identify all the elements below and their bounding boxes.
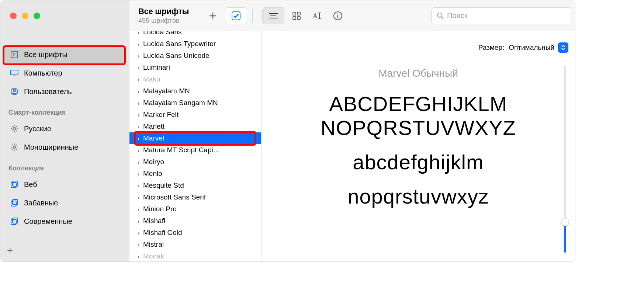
font-name: Meiryo <box>143 158 164 166</box>
preview-upper1: ABCDEFGHIJKLM <box>262 92 575 116</box>
sidebar-item-web[interactable]: Веб <box>0 175 129 194</box>
sidebar-item-label: Пользователь <box>24 87 72 96</box>
gear-icon <box>10 143 19 151</box>
svg-line-16 <box>442 17 443 19</box>
sidebar-item-monospace[interactable]: Моноширинные <box>0 138 129 156</box>
toggle-enabled-button[interactable] <box>225 7 247 24</box>
font-list-row[interactable]: ›Microsoft Sans Serif <box>129 191 261 203</box>
font-name: Malayalam MN <box>143 87 190 95</box>
view-sample-button[interactable] <box>262 7 284 24</box>
collection-icon <box>10 180 19 188</box>
view-custom-button[interactable]: A <box>309 7 326 24</box>
info-icon <box>333 11 343 21</box>
font-list-row[interactable]: ›Mesquite Std <box>129 180 261 191</box>
minimize-window-button[interactable] <box>22 13 28 19</box>
svg-line-30 <box>12 131 13 131</box>
display-icon <box>10 69 19 77</box>
chevron-right-icon: › <box>138 135 139 142</box>
slider-thumb[interactable] <box>561 218 569 226</box>
sidebar-header-smart: Смарт-коллекция <box>0 101 129 119</box>
font-list-row[interactable]: ›Menlo <box>129 168 261 180</box>
font-list[interactable]: ›Lucida Sans›Lucida Sans Typewriter›Luci… <box>129 31 262 261</box>
font-name: Lucida Sans Typewriter <box>143 40 216 48</box>
svg-text:A: A <box>313 12 318 20</box>
font-name: Marlett <box>143 122 165 131</box>
font-list-row[interactable]: ›Lucida Sans Typewriter <box>129 38 261 50</box>
font-list-row[interactable]: ›Malayalam Sangam MN <box>129 97 261 109</box>
font-name: Marker Felt <box>143 111 179 119</box>
font-list-row[interactable]: ›Meiryo <box>129 156 261 168</box>
svg-line-40 <box>16 145 17 145</box>
font-list-row[interactable]: ›Luminari <box>129 62 261 73</box>
chevron-right-icon: › <box>138 147 139 153</box>
svg-line-38 <box>16 149 17 150</box>
view-info-button[interactable] <box>329 7 346 24</box>
zoom-window-button[interactable] <box>34 13 40 19</box>
chevron-right-icon: › <box>138 88 139 94</box>
svg-line-39 <box>12 149 13 150</box>
font-list-row[interactable]: ›Mishafi Gold <box>129 227 261 239</box>
sidebar-item-all-fonts[interactable]: F Все шрифты <box>4 45 126 64</box>
sidebar-item-fun[interactable]: Забавные <box>0 194 129 212</box>
gear-icon <box>10 125 19 133</box>
chevron-right-icon: › <box>138 159 139 165</box>
font-list-row[interactable]: ›Marlett <box>129 121 261 132</box>
add-button[interactable] <box>204 7 221 24</box>
size-slider[interactable] <box>564 66 566 253</box>
font-list-row[interactable]: ›Lucida Sans <box>129 31 261 38</box>
svg-point-23 <box>13 128 16 130</box>
sidebar-header-collection: Коллекция <box>0 156 129 175</box>
font-name: Lucida Sans Unicode <box>143 52 210 60</box>
font-list-row[interactable]: ›Marvel <box>129 132 261 144</box>
svg-rect-45 <box>11 219 16 225</box>
svg-rect-42 <box>13 181 18 186</box>
svg-rect-5 <box>297 12 300 15</box>
font-list-row[interactable]: ›Modak <box>129 250 261 261</box>
font-name: Menlo <box>143 170 162 178</box>
font-list-row[interactable]: ›Matura MT Script Capi… <box>129 144 261 156</box>
chevron-right-icon: › <box>138 53 139 59</box>
chevron-right-icon: › <box>138 171 139 177</box>
chevron-right-icon: › <box>138 112 139 118</box>
font-name: Mishafi <box>143 217 165 225</box>
svg-line-29 <box>16 131 17 131</box>
preview-title: Marvel Обычный <box>262 67 575 79</box>
svg-line-31 <box>16 126 17 127</box>
font-name: Marvel <box>143 134 164 142</box>
font-list-row[interactable]: ›Lucida Sans Unicode <box>129 50 261 62</box>
font-list-row[interactable]: ›Malayalam MN <box>129 85 261 97</box>
font-name: Mesquite Std <box>143 181 184 190</box>
close-window-button[interactable] <box>10 13 17 19</box>
font-list-row[interactable]: ›Mistral <box>129 239 261 250</box>
custom-text-icon: A <box>312 11 322 20</box>
sidebar-item-label: Русские <box>24 125 51 133</box>
chevron-right-icon: › <box>138 100 139 106</box>
plus-icon <box>209 12 217 20</box>
view-grid-button[interactable] <box>288 7 305 24</box>
font-list-row[interactable]: ›Maku <box>129 73 261 85</box>
sidebar-item-modern[interactable]: Современные <box>0 212 129 230</box>
sidebar-item-computer[interactable]: Компьютер <box>0 64 129 82</box>
font-list-row[interactable]: ›Marker Felt <box>129 109 261 121</box>
font-name: Mistral <box>143 240 164 249</box>
font-name: Maku <box>143 75 160 83</box>
chevron-up-down-icon <box>558 42 568 53</box>
sidebar-item-label: Забавные <box>24 199 58 207</box>
size-select[interactable]: Оптимальный <box>509 42 568 53</box>
collection-icon <box>10 217 19 225</box>
font-name: Mishafi Gold <box>143 229 182 237</box>
chevron-right-icon: › <box>138 31 139 35</box>
window-subtitle: 455 шрифтов <box>138 17 189 25</box>
svg-point-13 <box>337 13 339 14</box>
sidebar-item-user[interactable]: Пользователь <box>0 82 129 101</box>
search-input[interactable]: Поиск <box>431 7 571 24</box>
grid-icon <box>292 11 301 20</box>
svg-line-37 <box>12 145 13 145</box>
font-list-row[interactable]: ›Mishafi <box>129 215 261 227</box>
font-name: Minion Pro <box>143 205 177 213</box>
font-list-row[interactable]: ›Minion Pro <box>129 203 261 215</box>
toolbar-divider <box>252 8 253 23</box>
sidebar-item-russian[interactable]: Русские <box>0 119 129 138</box>
window-title: Все шрифты <box>138 7 189 16</box>
add-collection-button[interactable]: + <box>7 244 13 256</box>
